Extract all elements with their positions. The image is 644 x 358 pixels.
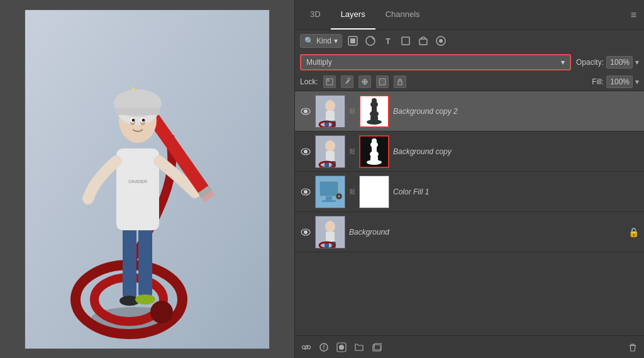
lock-label: Lock: <box>300 77 318 86</box>
fill-input[interactable] <box>606 76 633 88</box>
svg-rect-9 <box>116 148 159 230</box>
svg-rect-26 <box>350 38 355 43</box>
chain-link-icon: ⛓ <box>349 148 355 155</box>
filter-kind-label: Kind <box>316 36 331 45</box>
opacity-group: Opacity: ▾ <box>576 56 639 69</box>
visibility-toggle[interactable] <box>300 227 311 238</box>
tab-3d[interactable]: 3D <box>300 0 331 30</box>
layer-mask-thumbnail <box>359 95 389 128</box>
svg-text:f: f <box>323 344 325 351</box>
layer-thumbnail <box>315 216 345 249</box>
svg-point-55 <box>325 140 335 152</box>
layer-item[interactable]: Background 🔒 <box>295 212 644 252</box>
svg-rect-71 <box>326 196 332 200</box>
svg-rect-35 <box>379 79 386 85</box>
filter-dropdown-arrow: ▾ <box>334 36 338 45</box>
blend-dropdown-arrow: ▾ <box>561 58 565 67</box>
svg-point-40 <box>325 100 335 111</box>
svg-rect-41 <box>326 111 335 122</box>
search-icon: 🔍 <box>304 36 314 45</box>
effects-filter-icon[interactable] <box>434 34 448 48</box>
layer-thumbnail <box>315 95 345 128</box>
pixel-filter-icon[interactable] <box>346 34 360 48</box>
link-layers-button[interactable] <box>300 341 313 354</box>
svg-point-8 <box>135 294 155 305</box>
blend-mode-dropdown[interactable]: Multiply ▾ <box>300 54 571 70</box>
layers-panel: 3D Layers Channels ≡ 🔍 Kind ▾ T <box>294 0 644 358</box>
svg-rect-78 <box>326 232 335 243</box>
new-group-button[interactable] <box>353 341 365 354</box>
layer-item[interactable]: ⛓ Background copy <box>295 131 644 172</box>
tab-layers[interactable]: Layers <box>331 0 375 30</box>
lock-paint-button[interactable] <box>341 76 353 88</box>
lock-icon: 🔒 <box>628 227 639 237</box>
svg-rect-72 <box>322 200 336 202</box>
mask-white-bg <box>360 96 388 126</box>
lock-transparent-button[interactable] <box>323 76 336 88</box>
svg-point-23 <box>132 118 135 121</box>
svg-point-87 <box>339 345 344 350</box>
layer-item[interactable]: ⛓ Background copy 2 <box>295 91 644 131</box>
svg-point-31 <box>439 39 443 43</box>
blend-opacity-row: Multiply ▾ Opacity: ▾ <box>295 52 644 73</box>
layer-thumbnail <box>315 135 345 168</box>
tab-channels[interactable]: Channels <box>375 0 430 30</box>
opacity-arrow[interactable]: ▾ <box>635 58 639 67</box>
layer-thumbnail <box>315 176 345 208</box>
add-style-button[interactable]: f <box>318 341 330 354</box>
svg-point-38 <box>304 109 308 113</box>
bottom-toolbar: f <box>295 335 644 358</box>
layer-mask-thumbnail <box>359 176 389 208</box>
fill-label: Fill: <box>592 77 604 86</box>
fill-arrow[interactable]: ▾ <box>635 77 639 86</box>
layer-item[interactable]: ⛓ Color Fill 1 <box>295 172 644 212</box>
lock-artboard-button[interactable] <box>376 76 389 88</box>
blend-mode-value: Multiply <box>306 58 332 67</box>
svg-rect-6 <box>138 224 152 298</box>
lock-position-button[interactable] <box>358 76 371 88</box>
svg-point-4 <box>150 301 173 323</box>
layers-list: ⛓ Background copy 2 <box>295 91 644 335</box>
svg-point-77 <box>325 221 335 232</box>
svg-rect-70 <box>319 181 338 196</box>
visibility-toggle[interactable] <box>300 186 311 198</box>
svg-rect-28 <box>402 37 409 45</box>
photo-svg: GRADER <box>25 10 270 349</box>
delete-layer-button[interactable] <box>626 341 639 354</box>
svg-point-53 <box>304 150 308 154</box>
layer-name: Color Fill 1 <box>393 187 639 196</box>
filter-row: 🔍 Kind ▾ T <box>295 30 644 52</box>
add-mask-button[interactable] <box>335 341 348 354</box>
adjustment-filter-icon[interactable] <box>364 34 377 48</box>
svg-point-34 <box>348 78 350 81</box>
opacity-label: Opacity: <box>576 58 604 67</box>
svg-point-51 <box>372 98 377 103</box>
layer-name: Background <box>349 228 625 237</box>
visibility-toggle[interactable] <box>300 146 311 157</box>
photo-panel: GRADER <box>0 0 294 358</box>
mask-black-bg <box>360 137 388 167</box>
shape-filter-icon[interactable] <box>399 34 413 48</box>
lock-all-button[interactable] <box>394 76 406 88</box>
filter-kind-dropdown[interactable]: 🔍 Kind ▾ <box>300 34 342 48</box>
visibility-toggle[interactable] <box>300 106 311 117</box>
new-layer-button[interactable] <box>370 341 383 354</box>
svg-rect-18 <box>116 108 160 115</box>
svg-rect-29 <box>419 39 427 45</box>
fill-group: Fill: ▾ <box>592 76 639 88</box>
opacity-input[interactable] <box>606 56 633 69</box>
lock-fill-row: Lock: Fill: ▾ <box>295 73 644 91</box>
svg-rect-56 <box>326 151 335 162</box>
svg-point-66 <box>372 138 377 143</box>
layer-name: Background copy 2 <box>393 107 639 116</box>
svg-point-83 <box>308 345 311 349</box>
svg-point-82 <box>303 345 306 349</box>
panel-menu-button[interactable]: ≡ <box>628 7 639 23</box>
image-canvas: GRADER <box>25 9 270 349</box>
type-filter-icon[interactable]: T <box>381 34 395 48</box>
smart-object-filter-icon[interactable] <box>416 34 430 48</box>
layer-mask-thumbnail <box>359 135 389 168</box>
svg-rect-33 <box>327 79 330 82</box>
svg-text:GRADER: GRADER <box>128 179 147 184</box>
mask-solid-white <box>360 176 389 208</box>
